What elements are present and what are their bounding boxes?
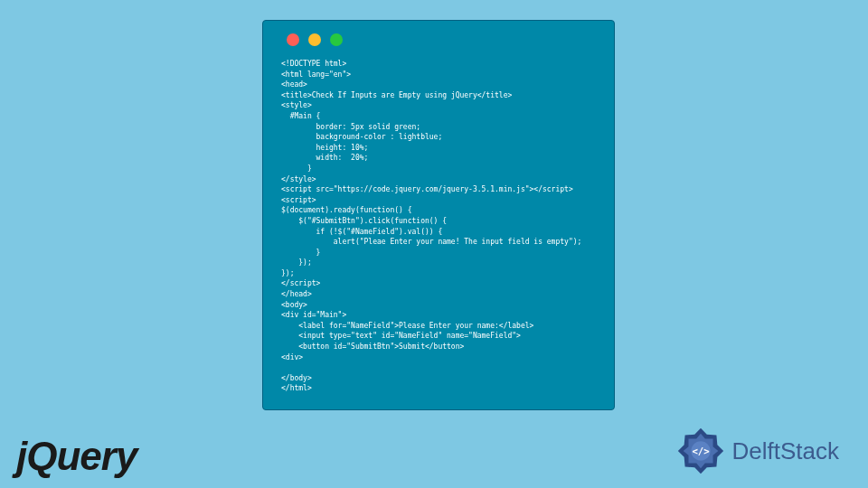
delftstack-text: DelftStack <box>732 437 840 465</box>
maximize-icon <box>330 33 343 46</box>
close-icon <box>287 33 299 46</box>
code-window: <!DOCTYPE html> <html lang="en"> <head> … <box>262 20 615 410</box>
delftstack-icon: </> <box>675 425 727 477</box>
minimize-icon <box>308 33 321 46</box>
delftstack-logo: </> DelftStack <box>675 425 840 477</box>
svg-text:</>: </> <box>692 446 709 457</box>
window-controls <box>263 21 614 53</box>
code-content: <!DOCTYPE html> <html lang="en"> <head> … <box>263 53 614 399</box>
jquery-logo: jQuery <box>16 434 137 479</box>
